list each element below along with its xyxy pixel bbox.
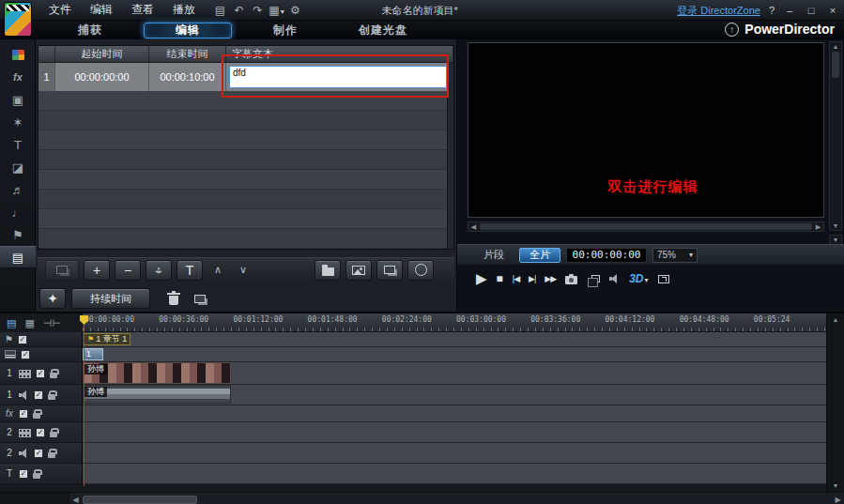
import-text-button[interactable]: [190, 288, 210, 309]
row-end-time[interactable]: 00:00:10:00: [149, 63, 226, 91]
timeline-h-scrollbar[interactable]: ◀ ▶: [0, 492, 844, 504]
delete-subtitle-button[interactable]: [163, 288, 184, 309]
timecode-display[interactable]: 00:00:00:00: [566, 248, 647, 263]
stop-button[interactable]: ■: [497, 272, 503, 285]
scroll-left-icon[interactable]: ◀: [69, 496, 82, 504]
room-voice-over[interactable]: ♩: [0, 201, 36, 223]
row-start-time[interactable]: 00:00:00:00: [55, 63, 149, 91]
close-button[interactable]: ×: [826, 5, 839, 16]
redo-icon[interactable]: ↷: [250, 4, 266, 17]
room-pip-objects[interactable]: ▣: [0, 88, 36, 111]
room-particles[interactable]: ✶: [0, 111, 36, 133]
track-enable-checkbox[interactable]: ✓: [36, 369, 45, 378]
speaker-icon[interactable]: [609, 274, 620, 283]
split-subtitle-button[interactable]: ↔↕: [146, 260, 172, 281]
help-button[interactable]: ?: [769, 5, 775, 16]
move-down-button[interactable]: ∨: [233, 260, 253, 281]
info-button[interactable]: [407, 260, 434, 281]
audio-track-1-content[interactable]: 孙博: [83, 385, 826, 405]
grid-icon[interactable]: ▤: [212, 4, 228, 17]
login-directorzone-link[interactable]: 登录 DirectorZone: [677, 4, 760, 18]
undo-icon[interactable]: ↶: [231, 4, 247, 17]
col-subtitle-text[interactable]: 字幕文本: [226, 46, 453, 62]
track-enable-checkbox[interactable]: ✓: [19, 409, 28, 419]
menu-view[interactable]: 查看: [122, 2, 163, 18]
previous-frame-button[interactable]: |◀: [513, 274, 519, 283]
tab-produce[interactable]: 制作: [237, 23, 334, 38]
zoom-select[interactable]: 75%▾: [652, 248, 698, 263]
track-enable-checkbox[interactable]: ✓: [21, 350, 30, 359]
track-enable-checkbox[interactable]: ✓: [18, 335, 27, 344]
preview-h-scrollbar[interactable]: ◀ ▶: [468, 221, 824, 232]
scroll-thumb[interactable]: [83, 496, 197, 504]
fast-forward-button[interactable]: ▶▶: [545, 274, 556, 283]
lock-icon[interactable]: [33, 473, 40, 479]
track-enable-checkbox[interactable]: ✓: [34, 390, 43, 400]
track-enable-checkbox[interactable]: ✓: [36, 428, 45, 437]
table-scrollbar[interactable]: [447, 63, 453, 249]
undock-preview-icon[interactable]: [658, 275, 669, 283]
audio-clip[interactable]: 孙博: [83, 385, 231, 404]
timeline-view-icon[interactable]: ▤: [7, 317, 16, 329]
snapshot-camera-icon[interactable]: [565, 276, 577, 284]
lock-icon[interactable]: [50, 373, 57, 378]
video-clip[interactable]: 孙博: [83, 362, 231, 384]
chapter-marker-clip[interactable]: ⚑ 1 章节 1: [84, 333, 130, 345]
scroll-thumb[interactable]: [832, 52, 839, 78]
lock-icon[interactable]: [48, 452, 55, 458]
room-titles[interactable]: T: [0, 133, 36, 156]
menu-edit[interactable]: 编辑: [81, 2, 122, 18]
col-start-time[interactable]: 起始时间: [55, 46, 149, 62]
settings-gear-icon[interactable]: ⚙: [287, 4, 303, 17]
room-effects[interactable]: fx: [0, 66, 36, 88]
scroll-up-icon[interactable]: ▲: [833, 43, 839, 50]
room-subtitles[interactable]: ▤: [0, 246, 36, 268]
row-text-cell[interactable]: dfd: [226, 63, 453, 91]
timeline-ruler[interactable]: 00:00:00:0000:00:36:00 00:01:12:0000:01:…: [83, 313, 826, 332]
movie-mode-button[interactable]: 全片: [519, 248, 560, 263]
track-enable-checkbox[interactable]: ✓: [34, 449, 43, 458]
room-transitions[interactable]: ◪: [0, 156, 36, 178]
col-end-time[interactable]: 结束时间: [149, 46, 226, 62]
subtitle-track-content[interactable]: 1: [83, 347, 826, 362]
threed-button[interactable]: 3D▾: [629, 272, 648, 285]
subtitle-row-1[interactable]: 1 00:00:00:00 00:00:10:00 dfd: [38, 63, 453, 91]
import-file-button[interactable]: [315, 260, 341, 281]
storyboard-view-icon[interactable]: ▦: [24, 317, 34, 329]
scroll-up-icon[interactable]: ▲: [833, 316, 839, 323]
lock-icon[interactable]: [48, 394, 55, 400]
preview-v-scrollbar[interactable]: ▲ ▼: [829, 41, 842, 231]
chapter-track-content[interactable]: ⚑ 1 章节 1: [83, 332, 826, 347]
track-enable-checkbox[interactable]: ✓: [19, 469, 28, 479]
scroll-left-icon[interactable]: ◀: [468, 223, 479, 231]
lock-icon[interactable]: [33, 413, 40, 419]
clip-mode-button[interactable]: 片段: [474, 248, 514, 263]
tab-create-disc[interactable]: 创建光盘: [334, 23, 432, 38]
scroll-down-icon[interactable]: ▼: [833, 222, 839, 229]
room-chapters[interactable]: ⚑: [0, 223, 36, 246]
title-track-content[interactable]: [83, 464, 826, 484]
timeline-v-scrollbar[interactable]: ▲ ▼: [826, 313, 844, 492]
scroll-right-icon[interactable]: ▶: [813, 223, 823, 231]
scroll-thumb[interactable]: [480, 223, 812, 230]
fit-timeline-icon[interactable]: ⊣⊢: [43, 317, 61, 329]
subtitle-clip[interactable]: 1: [83, 348, 103, 360]
video-track-2-content[interactable]: [83, 422, 826, 443]
duration-button[interactable]: 持续时间: [71, 288, 150, 309]
play-button[interactable]: ▶: [476, 270, 487, 287]
playhead-line[interactable]: [84, 325, 84, 486]
export-batch-button[interactable]: [376, 260, 403, 281]
video-track-1-content[interactable]: 孙博: [83, 362, 826, 385]
layout-icon[interactable]: ▦▾: [269, 4, 284, 17]
room-media[interactable]: [0, 43, 36, 66]
edit-text-button[interactable]: T: [176, 260, 203, 281]
add-subtitle-button[interactable]: +: [84, 260, 110, 281]
tab-capture[interactable]: 捕获: [41, 23, 139, 38]
scroll-down-icon[interactable]: ▼: [833, 482, 839, 489]
room-audio-mixing[interactable]: ♬: [0, 178, 36, 201]
lock-icon[interactable]: [50, 432, 57, 437]
menu-play[interactable]: 播放: [163, 2, 205, 18]
maximize-button[interactable]: □: [805, 5, 818, 16]
remove-subtitle-button[interactable]: −: [115, 260, 141, 281]
preview-screen[interactable]: 双击进行编辑: [468, 42, 824, 218]
